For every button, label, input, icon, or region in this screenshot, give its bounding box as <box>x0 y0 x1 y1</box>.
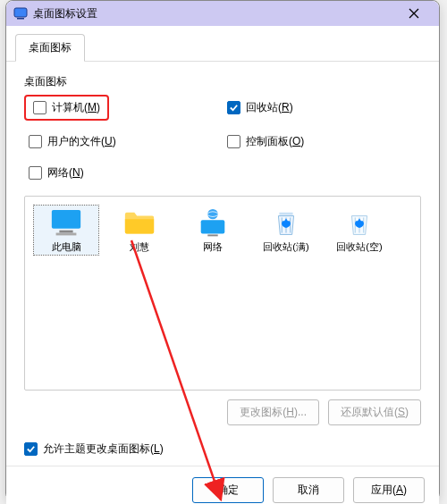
svg-rect-2 <box>17 18 24 20</box>
highlight-computer: 计算机(M) <box>24 95 109 121</box>
checkbox-box <box>227 135 240 148</box>
apply-button[interactable]: 应用(A) <box>353 477 425 503</box>
checkbox-label: 允许主题更改桌面图标(L) <box>43 441 164 457</box>
svg-rect-3 <box>52 210 80 229</box>
content-area: 桌面图标 计算机(M) 回收站(R) 用户的文件(U) 控制面 <box>6 62 439 466</box>
svg-rect-6 <box>56 232 77 235</box>
monitor-icon <box>49 207 83 238</box>
svg-rect-0 <box>14 8 27 17</box>
restore-default-button[interactable]: 还原默认值(S) <box>328 399 421 425</box>
checkbox-box <box>227 101 240 114</box>
group-label: 桌面图标 <box>24 74 421 89</box>
preview-item-thispc[interactable]: 此电脑 <box>34 206 98 255</box>
app-icon <box>13 6 28 21</box>
checkbox-box <box>33 101 46 114</box>
network-icon <box>196 207 230 238</box>
svg-rect-9 <box>207 234 217 236</box>
checkbox-allow-theme[interactable]: 允许主题更改桌面图标(L) <box>24 441 421 457</box>
panel-buttons: 更改图标(H)... 还原默认值(S) <box>24 399 421 425</box>
checkbox-grid: 计算机(M) 回收站(R) 用户的文件(U) 控制面板(O) 网络(N) <box>24 95 421 183</box>
preview-item-recyclebin-full[interactable]: 回收站(满) <box>254 206 318 255</box>
checkbox-box <box>24 442 38 456</box>
change-icon-button[interactable]: 更改图标(H)... <box>227 399 319 425</box>
icon-label: 回收站(空) <box>336 241 382 253</box>
icon-label: 此电脑 <box>52 241 81 253</box>
titlebar: 桌面图标设置 <box>6 1 439 26</box>
checkbox-network[interactable]: 网络(N) <box>24 163 223 183</box>
checkbox-recyclebin[interactable]: 回收站(R) <box>223 95 421 121</box>
preview-item-recyclebin-empty[interactable]: 回收站(空) <box>327 206 392 255</box>
dialog-window: 桌面图标设置 桌面图标 桌面图标 计算机(M) 回收站(R) <box>5 0 440 500</box>
window-title: 桌面图标设置 <box>33 6 97 21</box>
checkbox-box <box>29 135 42 148</box>
checkbox-label: 计算机(M) <box>52 100 100 115</box>
icon-label: 网络 <box>203 241 223 253</box>
close-button[interactable] <box>396 1 432 26</box>
cancel-button[interactable]: 取消 <box>273 477 344 503</box>
checkbox-computer[interactable]: 计算机(M) <box>29 97 105 118</box>
folder-icon <box>122 207 156 238</box>
ok-button[interactable]: 确定 <box>192 477 264 503</box>
preview-item-userfolder[interactable]: 刘慧 <box>107 206 172 255</box>
close-icon <box>409 8 419 19</box>
tab-desktop-icons[interactable]: 桌面图标 <box>15 34 85 62</box>
dialog-footer: 确定 取消 应用(A) <box>6 466 439 504</box>
preview-item-network[interactable]: 网络 <box>181 206 245 255</box>
recyclebin-empty-icon <box>342 207 376 238</box>
svg-rect-10 <box>279 213 292 215</box>
recyclebin-full-icon <box>269 207 303 238</box>
checkbox-label: 控制面板(O) <box>246 134 304 149</box>
checkbox-box <box>29 166 42 180</box>
svg-point-7 <box>207 209 217 219</box>
checkbox-label: 回收站(R) <box>246 100 293 115</box>
svg-rect-8 <box>201 220 225 233</box>
checkbox-userfiles[interactable]: 用户的文件(U) <box>24 131 223 152</box>
checkbox-label: 网络(N) <box>47 165 84 181</box>
tabstrip: 桌面图标 <box>6 26 439 62</box>
icon-preview-panel: 此电脑 刘慧 网络 回收站(满) <box>24 196 421 391</box>
svg-rect-5 <box>59 231 72 233</box>
checkbox-controlpanel[interactable]: 控制面板(O) <box>223 131 421 152</box>
icon-label: 刘慧 <box>130 241 149 253</box>
icon-label: 回收站(满) <box>263 241 308 253</box>
checkbox-label: 用户的文件(U) <box>47 134 116 149</box>
